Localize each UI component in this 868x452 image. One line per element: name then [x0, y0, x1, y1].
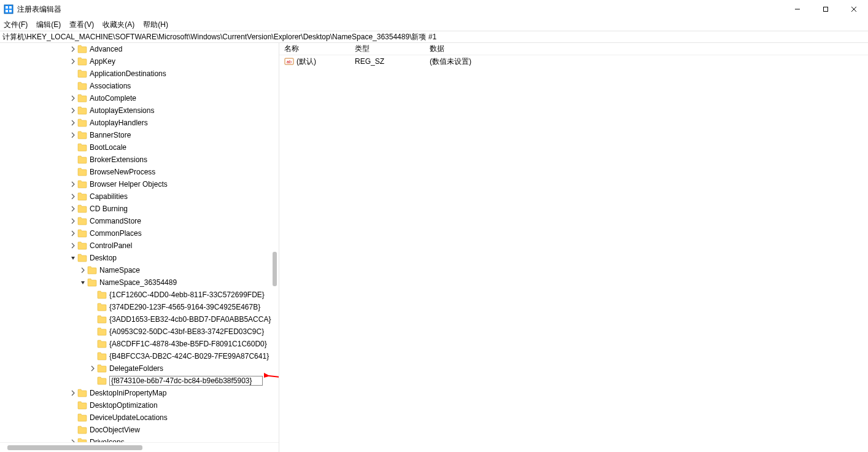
tree-item[interactable]: BrowseNewProcess	[0, 166, 279, 178]
tree-item[interactable]: NameSpace	[0, 264, 279, 276]
tree-item[interactable]: ApplicationDestinations	[0, 68, 279, 80]
tree-item[interactable]: DesktopOptimization	[0, 399, 279, 411]
chevron-right-icon[interactable]	[69, 192, 77, 201]
chevron-right-icon[interactable]	[69, 57, 77, 66]
chevron-right-icon[interactable]	[69, 229, 77, 238]
folder-icon	[77, 180, 87, 189]
chevron-right-icon[interactable]	[69, 241, 77, 250]
column-type[interactable]: 类型	[350, 44, 425, 54]
tree-item-label: BrowseNewProcess	[90, 168, 155, 176]
tree-item[interactable]: {374DE290-123F-4565-9164-39C4925E467B}	[0, 301, 279, 313]
menu-file[interactable]: 文件(F)	[4, 20, 28, 30]
folder-icon	[77, 57, 87, 66]
folder-icon	[77, 438, 87, 442]
folder-icon	[77, 241, 87, 250]
tree-item[interactable]: {1CF1260C-4DD0-4ebb-811F-33C572699FDE}	[0, 289, 279, 301]
menu-help[interactable]: 帮助(H)	[143, 20, 168, 30]
folder-icon	[97, 290, 107, 299]
registry-tree[interactable]: AdvancedAppKeyApplicationDestinationsAss…	[0, 43, 279, 442]
menu-favorites[interactable]: 收藏夹(A)	[103, 20, 134, 30]
minimize-button[interactable]	[783, 0, 812, 18]
menu-view[interactable]: 查看(V)	[69, 20, 94, 30]
tree-item-label: {A8CDFF1C-4878-43be-B5FD-F8091C1C60D0}	[109, 340, 267, 348]
tree-item[interactable]: AppKey	[0, 55, 279, 68]
folder-icon	[97, 352, 107, 360]
tree-item[interactable]: DocObjectView	[0, 424, 279, 436]
tree-item[interactable]: Capabilities	[0, 190, 279, 203]
folder-icon	[77, 217, 87, 225]
tree-item[interactable]: {A0953C92-50DC-43bf-BE83-3742FED03C9C}	[0, 325, 279, 338]
menu-edit[interactable]: 编辑(E)	[36, 20, 61, 30]
chevron-right-icon[interactable]	[88, 364, 97, 373]
chevron-right-icon[interactable]	[69, 119, 77, 127]
chevron-right-icon[interactable]	[69, 45, 77, 53]
menu-bar: 文件(F) 编辑(E) 查看(V) 收藏夹(A) 帮助(H)	[0, 18, 868, 31]
tree-item[interactable]: Associations	[0, 80, 279, 92]
tree-item[interactable]: BootLocale	[0, 141, 279, 154]
tree-item[interactable]: CommandStore	[0, 215, 279, 227]
tree-item[interactable]: Advanced	[0, 43, 279, 55]
svg-rect-3	[6, 10, 8, 12]
horizontal-scrollbar[interactable]	[0, 442, 279, 452]
folder-icon	[97, 303, 107, 311]
tree-item[interactable]: BannerStore	[0, 129, 279, 141]
chevron-right-icon[interactable]	[69, 205, 77, 213]
tree-item[interactable]: {B4BFCC3A-DB2C-424C-B029-7FE99A87C641}	[0, 350, 279, 362]
tree-item[interactable]: AutoComplete	[0, 92, 279, 104]
tree-item[interactable]: DriveIcons	[0, 436, 279, 442]
folder-icon	[97, 364, 107, 373]
column-data[interactable]: 数据	[425, 44, 868, 54]
folder-icon	[77, 389, 87, 397]
tree-item-label: Advanced	[90, 45, 122, 53]
tree-item[interactable]: DesktopIniPropertyMap	[0, 387, 279, 399]
folder-icon	[77, 119, 87, 127]
tree-item-label: Desktop	[90, 254, 117, 262]
tree-item[interactable]: NameSpace_36354489	[0, 276, 279, 289]
chevron-right-icon[interactable]	[69, 180, 77, 189]
tree-item[interactable]: Desktop	[0, 252, 279, 264]
tree-item[interactable]: {3ADD1653-EB32-4cb0-BBD7-DFA0ABB5ACCA}	[0, 313, 279, 325]
tree-item[interactable]: {A8CDFF1C-4878-43be-B5FD-F8091C1C60D0}	[0, 338, 279, 350]
chevron-down-icon[interactable]	[79, 278, 87, 287]
tree-item[interactable]: DeviceUpdateLocations	[0, 411, 279, 424]
tree-item[interactable]: CD Burning	[0, 203, 279, 215]
tree-item[interactable]: ControlPanel	[0, 240, 279, 252]
tree-item[interactable]: Browser Helper Objects	[0, 178, 279, 190]
tree-item[interactable]: DelegateFolders	[0, 362, 279, 375]
tree-item-label: BootLocale	[90, 143, 126, 152]
tree-item[interactable]: CommonPlaces	[0, 227, 279, 240]
tree-item-label: NameSpace_36354489	[99, 278, 177, 287]
chevron-right-icon[interactable]	[69, 438, 77, 442]
tree-item-label: AppKey	[90, 57, 115, 66]
vertical-scrollbar[interactable]	[271, 43, 279, 432]
chevron-right-icon[interactable]	[69, 106, 77, 115]
tree-item-editing[interactable]: {f874310e-b6b7-47dc-bc84-b9e6b38f5903}	[0, 375, 279, 387]
address-bar[interactable]: 计算机\HKEY_LOCAL_MACHINE\SOFTWARE\Microsof…	[0, 31, 868, 43]
value-row[interactable]: ab (默认) REG_SZ (数值未设置)	[279, 55, 868, 68]
tree-item[interactable]: AutoplayHandlers	[0, 117, 279, 129]
tree-item-label: {1CF1260C-4DD0-4ebb-811F-33C572699FDE}	[109, 290, 265, 299]
tree-item-label: {374DE290-123F-4565-9164-39C4925E467B}	[109, 303, 260, 311]
chevron-right-icon[interactable]	[79, 266, 87, 275]
tree-item-label: DocObjectView	[90, 426, 140, 434]
tree-item[interactable]: AutoplayExtensions	[0, 104, 279, 117]
tree-item-label: {A0953C92-50DC-43bf-BE83-3742FED03C9C}	[109, 327, 264, 336]
tree-item-label: DelegateFolders	[109, 364, 163, 373]
maximize-button[interactable]	[812, 0, 840, 18]
chevron-right-icon[interactable]	[69, 217, 77, 225]
values-header[interactable]: 名称 类型 数据	[279, 43, 868, 55]
column-name[interactable]: 名称	[279, 44, 350, 54]
rename-input[interactable]: {f874310e-b6b7-47dc-bc84-b9e6b38f5903}	[109, 376, 263, 386]
tree-item-label: NameSpace	[99, 266, 140, 275]
tree-item[interactable]: BrokerExtensions	[0, 154, 279, 166]
folder-icon	[77, 229, 87, 238]
chevron-right-icon[interactable]	[69, 389, 77, 397]
folder-icon	[77, 82, 87, 90]
chevron-right-icon[interactable]	[69, 131, 77, 139]
chevron-down-icon[interactable]	[69, 254, 77, 262]
chevron-right-icon[interactable]	[69, 94, 77, 103]
tree-panel: AdvancedAppKeyApplicationDestinationsAss…	[0, 43, 279, 452]
folder-icon	[77, 94, 87, 103]
close-button[interactable]	[840, 0, 868, 18]
folder-icon	[77, 168, 87, 176]
